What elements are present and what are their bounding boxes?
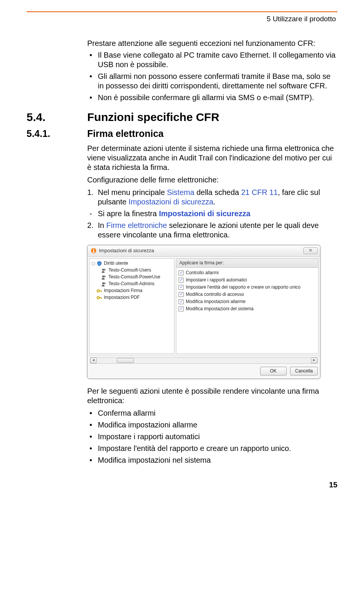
ui-ref: Impostazioni di sicurezza [159,209,250,218]
chapter-header: 5 Utilizzare il prodotto [27,14,337,24]
dialog-body: ▢ Diritti utente Testo-Comsoft-Users Tes… [88,257,320,355]
checkbox-row[interactable]: ✓Modifica controllo di accesso [179,291,316,298]
scroll-thumb[interactable] [117,358,134,363]
step-number: 2. [87,221,94,230]
button-row: OK Cancella [90,367,318,375]
svg-rect-14 [101,297,102,299]
svg-rect-1 [93,249,94,252]
close-icon: ✕ [309,248,312,253]
tree-label: Testo-Comsoft-PowerUse [108,274,160,280]
section-5-4: 5.4. Funzioni specifiche CFR [27,110,337,124]
text: Nel menu principale [98,188,167,196]
svg-point-6 [104,275,106,277]
checkbox-label: Impostare l'entità del rapporto e creare… [186,284,300,290]
tree-root[interactable]: ▢ Diritti utente [90,260,173,267]
tree-label: Impostazioni PDF [104,295,140,300]
tree-item-pdf[interactable]: Impostazioni PDF [90,294,173,301]
scrollbar[interactable]: ◄ ► [90,357,318,364]
checkbox-row[interactable]: ✓Controllo allarmi [179,269,316,276]
svg-rect-2 [93,252,95,253]
intro-bullets: Il Base viene collegato al PC tramite ca… [87,50,337,102]
checkbox-label: Controllo allarmi [186,270,219,276]
text: In [98,221,106,229]
step-number: 1. [87,188,94,197]
right-pane: Applicare la firma per: ✓Controllo allar… [176,258,318,354]
users-icon [101,267,107,273]
tree-label: Impostazioni Firma [104,288,142,294]
text: . [213,198,216,206]
after-bullet: Modifica impostazioni allarme [87,420,337,430]
checkbox-label: Impostare i rapporti automatici [186,277,247,283]
intro-lead: Prestare attenzione alle seguenti eccezi… [87,39,337,48]
intro-bullet: Il Base viene collegato al PC tramite ca… [87,50,337,69]
svg-rect-11 [101,291,102,292]
intro-bullet: Gli allarmi non possono essere confermat… [87,72,337,91]
ui-ref: Sistema [167,188,194,196]
scroll-right-icon[interactable]: ► [311,358,317,363]
close-button[interactable]: ✕ [303,247,318,254]
checkbox-row[interactable]: ✓Impostare l'entità del rapporto e crear… [179,284,316,291]
ui-ref: 21 CFR 11 [241,188,278,196]
ui-ref: Impostazioni di sicurezza [129,198,213,206]
checkbox-icon[interactable]: ✓ [179,278,184,283]
tree-item[interactable]: Testo-Comsoft-Users [90,267,173,274]
after-bullets: Conferma allarmi Modifica impostazioni a… [87,408,337,465]
after-lead: Per le seguenti azioni utente è possibil… [87,386,337,405]
right-header: Applicare la firma per: [176,258,318,268]
cancel-button[interactable]: Cancella [290,367,318,375]
dialog-titlebar[interactable]: Impostazioni di sicurezza ✕ [88,245,320,257]
checkbox-icon[interactable]: ✓ [179,299,184,304]
checkbox-list: ✓Controllo allarmi ✓Impostare i rapporti… [176,268,318,354]
section-number: 5.4. [27,110,87,124]
step-2: 2. In Firme elettroniche selezionare le … [87,221,337,240]
users-icon [101,274,107,280]
dialog-bottom: ◄ ► OK Cancella [88,355,320,379]
checkbox-row[interactable]: ✓Modifica impostazioni allarme [179,298,316,305]
text: Si apre la finestra [98,209,159,218]
section-title: Firma elettronica [87,128,163,140]
result-item: Si apre la finestra Impostazioni di sicu… [87,209,337,218]
step-1: 1. Nel menu principale Sistema della sch… [87,188,337,207]
tree-label: Diritti utente [104,261,128,266]
checkbox-row[interactable]: ✓Impostare i rapporti automatici [179,276,316,284]
text: della scheda [195,188,241,196]
after-bullet: Impostare l'entità del rapporto e creare… [87,444,337,453]
key-icon [96,295,102,301]
section-5-4-1: 5.4.1. Firma elettronica [27,128,337,140]
page-number: 15 [27,480,337,490]
tree-item[interactable]: Testo-Comsoft-Admins [90,281,173,287]
header-rule [27,11,337,12]
intro-block: Prestare attenzione alle seguenti eccezi… [87,39,337,102]
ok-button[interactable]: OK [260,367,287,375]
checkbox-icon[interactable]: ✓ [179,270,184,275]
svg-point-8 [104,282,106,284]
paragraph: Per determinate azioni utente il sistema… [87,144,337,172]
svg-point-4 [104,269,106,270]
after-bullet: Impostare i rapporti automatici [87,432,337,441]
users-icon [101,281,107,287]
tree-item[interactable]: Testo-Comsoft-PowerUse [90,274,173,281]
scroll-left-icon[interactable]: ◄ [90,358,97,363]
checkbox-row[interactable]: ✓Modifica impostazioni del sistema [179,305,316,313]
app-logo-icon [91,248,97,254]
collapse-icon[interactable]: ▢ [91,261,96,266]
security-settings-dialog: Impostazioni di sicurezza ✕ ▢ Diritti ut… [87,245,320,379]
intro-bullet: Non è possibile confermare gli allarmi v… [87,93,337,102]
paragraph: Configurazione delle firme elettroniche: [87,175,337,185]
tree-pane[interactable]: ▢ Diritti utente Testo-Comsoft-Users Tes… [89,258,174,354]
dialog-title: Impostazioni di sicurezza [99,248,154,254]
ui-ref: Firme elettroniche [106,221,167,229]
checkbox-icon[interactable]: ✓ [179,306,184,311]
steps-list-cont: 2. In Firme elettroniche selezionare le … [87,221,337,240]
key-icon [96,288,102,294]
section-title: Funzioni specifiche CFR [87,110,219,124]
page: 5 Utilizzare il prodotto Prestare attenz… [0,0,364,505]
tree-item-signature[interactable]: Impostazioni Firma [90,287,173,294]
checkbox-label: Modifica impostazioni del sistema [186,306,254,312]
checkbox-icon[interactable]: ✓ [179,285,184,290]
checkbox-label: Modifica impostazioni allarme [186,299,245,305]
checkbox-icon[interactable]: ✓ [179,292,184,297]
after-bullet: Conferma allarmi [87,408,337,418]
after-bullet: Modifica impostazioni nel sistema [87,456,337,465]
shield-icon [96,261,102,267]
